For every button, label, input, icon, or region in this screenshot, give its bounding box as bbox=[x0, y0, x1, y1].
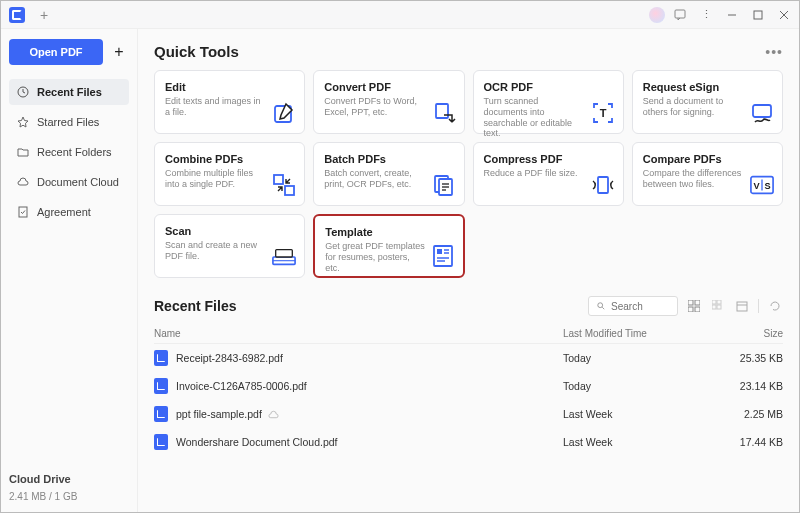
sidebar-item-label: Recent Files bbox=[37, 86, 102, 98]
tool-card-ocr[interactable]: OCR PDFTurn scanned documents into searc… bbox=[473, 70, 624, 134]
tool-title: OCR PDF bbox=[484, 81, 613, 93]
file-name: Receipt-2843-6982.pdf bbox=[176, 352, 283, 364]
tool-desc: Compare the differences between two file… bbox=[643, 168, 743, 190]
svg-text:V: V bbox=[753, 181, 760, 191]
sidebar-item-label: Document Cloud bbox=[37, 176, 119, 188]
column-size[interactable]: Size bbox=[723, 328, 783, 339]
combine-icon bbox=[272, 173, 296, 197]
tool-title: Compare PDFs bbox=[643, 153, 772, 165]
scan-icon bbox=[272, 245, 296, 269]
quick-tools-more-button[interactable]: ••• bbox=[765, 44, 783, 60]
file-row[interactable]: Receipt-2843-6982.pdfToday25.35 KB bbox=[154, 344, 783, 372]
column-modified[interactable]: Last Modified Time bbox=[563, 328, 723, 339]
svg-rect-34 bbox=[688, 300, 693, 305]
quick-tools-title: Quick Tools bbox=[154, 43, 239, 60]
maximize-button[interactable] bbox=[747, 4, 769, 26]
tool-desc: Combine multiple files into a single PDF… bbox=[165, 168, 265, 190]
search-box[interactable] bbox=[588, 296, 678, 316]
svg-rect-24 bbox=[276, 250, 293, 257]
add-button[interactable]: + bbox=[109, 42, 129, 62]
tool-card-combine[interactable]: Combine PDFsCombine multiple files into … bbox=[154, 142, 305, 206]
tool-desc: Edit texts and images in a file. bbox=[165, 96, 265, 118]
app-logo-icon bbox=[9, 7, 25, 23]
svg-rect-27 bbox=[437, 249, 442, 254]
view-grid-icon[interactable] bbox=[710, 298, 726, 314]
column-name[interactable]: Name bbox=[154, 328, 563, 339]
tool-desc: Scan and create a new PDF file. bbox=[165, 240, 265, 262]
cloud-icon bbox=[17, 176, 29, 188]
svg-point-32 bbox=[598, 303, 603, 308]
file-name: Wondershare Document Cloud.pdf bbox=[176, 436, 337, 448]
svg-rect-0 bbox=[675, 10, 685, 18]
esign-icon bbox=[750, 101, 774, 125]
sidebar-item-recent-files[interactable]: Recent Files bbox=[9, 79, 129, 105]
tool-desc: Reduce a PDF file size. bbox=[484, 168, 584, 179]
tool-title: Combine PDFs bbox=[165, 153, 294, 165]
refresh-icon[interactable] bbox=[767, 298, 783, 314]
kebab-menu-icon[interactable]: ⋮ bbox=[695, 4, 717, 26]
file-size: 23.14 KB bbox=[723, 380, 783, 392]
sidebar-item-label: Starred Files bbox=[37, 116, 99, 128]
feedback-icon[interactable] bbox=[669, 4, 691, 26]
svg-rect-11 bbox=[274, 175, 283, 184]
sidebar-item-document-cloud[interactable]: Document Cloud bbox=[9, 169, 129, 195]
account-avatar-icon[interactable] bbox=[649, 7, 665, 23]
compare-icon: VS bbox=[750, 173, 774, 197]
minimize-button[interactable] bbox=[721, 4, 743, 26]
file-size: 2.25 MB bbox=[723, 408, 783, 420]
tool-title: Compress PDF bbox=[484, 153, 613, 165]
tool-card-convert[interactable]: Convert PDFConvert PDFs to Word, Excel, … bbox=[313, 70, 464, 134]
tool-card-template[interactable]: TemplateGet great PDF templates for resu… bbox=[313, 214, 464, 278]
open-pdf-button[interactable]: Open PDF bbox=[9, 39, 103, 65]
tool-card-scan[interactable]: ScanScan and create a new PDF file. bbox=[154, 214, 305, 278]
compress-icon bbox=[591, 173, 615, 197]
file-row[interactable]: Wondershare Document Cloud.pdfLast Week1… bbox=[154, 428, 783, 456]
svg-rect-42 bbox=[737, 302, 747, 311]
sidebar-item-recent-folders[interactable]: Recent Folders bbox=[9, 139, 129, 165]
tool-title: Template bbox=[325, 226, 452, 238]
tool-title: Edit bbox=[165, 81, 294, 93]
search-input[interactable] bbox=[611, 301, 669, 312]
titlebar: + ⋮ bbox=[1, 1, 799, 29]
sidebar-item-label: Recent Folders bbox=[37, 146, 112, 158]
convert-icon bbox=[432, 101, 456, 125]
clock-icon bbox=[17, 86, 29, 98]
file-name: ppt file-sample.pdf bbox=[176, 408, 262, 420]
close-button[interactable] bbox=[773, 4, 795, 26]
file-modified: Last Week bbox=[563, 408, 723, 420]
sidebar: Open PDF + Recent FilesStarred FilesRece… bbox=[1, 29, 138, 512]
view-list-icon[interactable] bbox=[686, 298, 702, 314]
tool-card-batch[interactable]: Batch PDFsBatch convert, create, print, … bbox=[313, 142, 464, 206]
search-icon bbox=[597, 301, 605, 311]
tool-title: Scan bbox=[165, 225, 294, 237]
svg-rect-41 bbox=[717, 305, 721, 309]
file-modified: Last Week bbox=[563, 436, 723, 448]
tool-desc: Convert PDFs to Word, Excel, PPT, etc. bbox=[324, 96, 424, 118]
tool-card-esign[interactable]: Request eSignSend a document to others f… bbox=[632, 70, 783, 134]
calendar-filter-icon[interactable] bbox=[734, 298, 750, 314]
sidebar-item-agreement[interactable]: Agreement bbox=[9, 199, 129, 225]
tool-card-compress[interactable]: Compress PDFReduce a PDF file size. bbox=[473, 142, 624, 206]
new-tab-button[interactable]: + bbox=[35, 6, 53, 24]
tool-desc: Send a document to others for signing. bbox=[643, 96, 743, 118]
ocr-icon: T bbox=[591, 101, 615, 125]
tool-title: Request eSign bbox=[643, 81, 772, 93]
sidebar-item-label: Agreement bbox=[37, 206, 91, 218]
svg-line-33 bbox=[602, 307, 604, 309]
svg-rect-38 bbox=[712, 300, 716, 304]
file-row[interactable]: ppt file-sample.pdfLast Week2.25 MB bbox=[154, 400, 783, 428]
sidebar-item-starred-files[interactable]: Starred Files bbox=[9, 109, 129, 135]
svg-rect-39 bbox=[717, 300, 721, 304]
svg-rect-35 bbox=[695, 300, 700, 305]
recent-files-title: Recent Files bbox=[154, 298, 236, 314]
file-row[interactable]: Invoice-C126A785-0006.pdfToday23.14 KB bbox=[154, 372, 783, 400]
pdf-file-icon bbox=[154, 406, 168, 422]
file-modified: Today bbox=[563, 380, 723, 392]
svg-rect-6 bbox=[19, 207, 27, 217]
tool-card-edit[interactable]: EditEdit texts and images in a file. bbox=[154, 70, 305, 134]
pdf-file-icon bbox=[154, 378, 168, 394]
svg-rect-2 bbox=[754, 11, 762, 19]
edit-icon bbox=[272, 101, 296, 125]
tool-desc: Batch convert, create, print, OCR PDFs, … bbox=[324, 168, 424, 190]
tool-card-compare[interactable]: Compare PDFsCompare the differences betw… bbox=[632, 142, 783, 206]
